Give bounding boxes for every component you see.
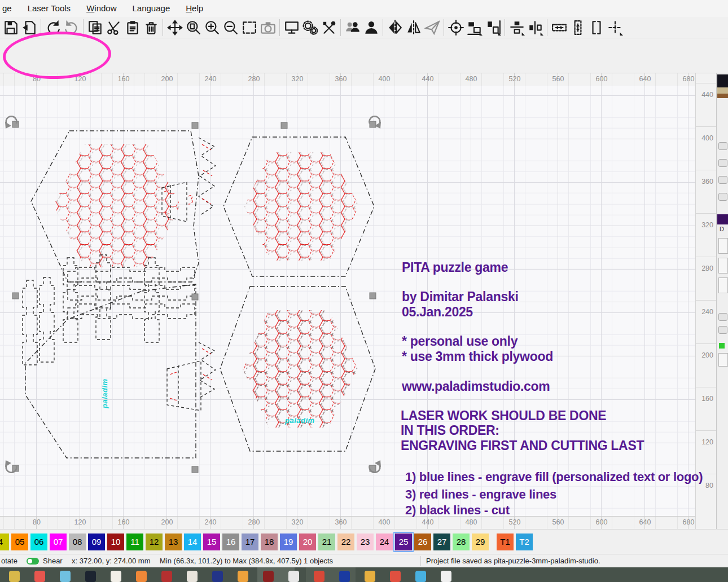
palette-swatch-19[interactable]: 19 — [280, 534, 297, 550]
annotation-legend1[interactable]: 1) blue lines - engrave fill (personaliz… — [405, 470, 703, 484]
palette-swatch-09[interactable]: 09 — [88, 534, 105, 550]
align-h-icon[interactable] — [465, 18, 484, 37]
palette-swatch-28[interactable]: 28 — [453, 534, 470, 550]
annotation-byline[interactable]: by Dimitar Palanski — [402, 289, 519, 305]
taskbar-app-icon[interactable] — [60, 571, 71, 582]
annotation-order2[interactable]: IN THIS ORDER: — [401, 423, 499, 438]
palette-swatch-T1[interactable]: T1 — [497, 534, 514, 550]
taskbar-app-icon[interactable] — [288, 571, 299, 582]
pan-icon[interactable] — [165, 18, 184, 37]
panel-box[interactable] — [718, 238, 728, 254]
move-cross-icon[interactable] — [606, 18, 624, 37]
design-hexagon-top[interactable] — [223, 137, 374, 276]
tools-icon[interactable] — [319, 18, 338, 37]
palette-swatch-16[interactable]: 16 — [222, 534, 239, 550]
flip-horizontal-icon[interactable] — [385, 18, 404, 37]
paladim-logo-left[interactable]: paladim — [100, 378, 109, 409]
zoom-out-icon[interactable] — [221, 18, 240, 37]
menu-item-language[interactable]: Language — [125, 0, 178, 17]
annotation-title[interactable]: PITA puzzle game — [402, 260, 508, 275]
taskbar-app-icon[interactable] — [34, 571, 45, 582]
paladim-logo-bottom[interactable]: paladim — [284, 416, 315, 425]
panel-chip[interactable] — [718, 313, 727, 321]
taskbar-app-icon[interactable] — [263, 571, 274, 582]
os-taskbar[interactable] — [0, 567, 728, 582]
palette-swatch-11[interactable]: 11 — [126, 534, 143, 550]
zoom-selection-icon[interactable] — [184, 18, 203, 37]
palette-swatch-05[interactable]: 05 — [11, 534, 28, 550]
shear-toggle[interactable] — [27, 558, 39, 565]
taskbar-app-icon[interactable] — [415, 571, 426, 582]
annotation-legend3[interactable]: 2) black lines - cut — [405, 503, 510, 518]
palette-swatch-T2[interactable]: T2 — [516, 534, 533, 550]
palette-swatch-29[interactable]: 29 — [472, 534, 489, 550]
palette-swatch-20[interactable]: 20 — [299, 534, 316, 550]
palette-swatch-27[interactable]: 27 — [433, 534, 450, 550]
palette-swatch-13[interactable]: 13 — [165, 534, 182, 550]
paste-icon[interactable] — [123, 18, 142, 37]
copy-icon[interactable] — [86, 18, 104, 37]
palette-swatch-21[interactable]: 21 — [318, 534, 335, 550]
annotation-order1[interactable]: LASER WORK SHOULD BE DONE — [401, 408, 606, 424]
menu-item-window[interactable]: Window — [78, 0, 124, 17]
palette-swatch-22[interactable]: 22 — [337, 534, 354, 550]
taskbar-app-icon[interactable] — [161, 571, 172, 582]
taskbar-app-icon[interactable] — [365, 571, 375, 582]
send-to-laser-icon[interactable] — [423, 18, 441, 37]
taskbar-app-icon[interactable] — [314, 571, 324, 582]
palette-swatch-23[interactable]: 23 — [357, 534, 374, 550]
menu-item-laser-tools[interactable]: Laser Tools — [20, 0, 78, 17]
annotation-note2[interactable]: * use 3mm thick plywood — [402, 349, 553, 364]
undo-icon[interactable] — [43, 18, 62, 37]
palette-swatch-18[interactable]: 18 — [261, 534, 278, 550]
palette-swatch-06[interactable]: 06 — [30, 534, 47, 550]
taskbar-app-icon[interactable] — [187, 571, 198, 582]
palette-swatch-25[interactable]: 25 — [395, 534, 412, 550]
settings-gears-icon[interactable] — [301, 18, 319, 37]
taskbar-app-icon[interactable] — [212, 571, 223, 582]
menu-item-help[interactable]: Help — [178, 0, 211, 17]
panel-chip[interactable] — [718, 193, 727, 201]
taskbar-app-icon[interactable] — [111, 571, 121, 582]
palette-swatch-14[interactable]: 14 — [184, 534, 201, 550]
palette-swatch-15[interactable]: 15 — [203, 534, 220, 550]
camera-icon[interactable] — [258, 18, 277, 37]
equal-hspace-icon[interactable] — [550, 18, 568, 37]
taskbar-app-icon[interactable] — [136, 571, 147, 582]
user-icon[interactable] — [362, 18, 380, 37]
align-v-icon[interactable] — [484, 18, 502, 37]
mirror-icon[interactable] — [404, 18, 423, 37]
palette-swatch-12[interactable]: 12 — [146, 534, 163, 550]
panel-chip[interactable] — [718, 176, 727, 184]
panel-box[interactable] — [718, 353, 728, 367]
annotation-order3[interactable]: ENGRAVING FIRST AND CUTTING LAST — [401, 438, 644, 453]
focus-target-icon[interactable] — [446, 18, 465, 37]
taskbar-app-icon[interactable] — [238, 571, 248, 582]
palette-swatch-4[interactable]: 4 — [0, 534, 9, 550]
panel-layer-swatch[interactable] — [717, 214, 728, 224]
taskbar-app-icon[interactable] — [390, 571, 401, 582]
palette-swatch-24[interactable]: 24 — [376, 534, 393, 550]
group-users-icon[interactable] — [343, 18, 362, 37]
import-icon[interactable] — [20, 18, 38, 37]
redo-icon[interactable] — [62, 18, 81, 37]
frame-selection-icon[interactable] — [240, 18, 258, 37]
panel-chip[interactable] — [718, 326, 727, 334]
save-icon[interactable] — [1, 18, 20, 37]
taskbar-app-icon[interactable] — [85, 571, 96, 582]
palette-swatch-17[interactable]: 17 — [242, 534, 258, 550]
panel-box[interactable] — [718, 258, 728, 274]
panel-chip[interactable] — [718, 142, 727, 150]
distribute-h-icon[interactable] — [507, 18, 526, 37]
annotation-legend2[interactable]: 3) red lines - engrave lines — [405, 487, 556, 502]
design-box-bottom-left[interactable]: paladim — [25, 284, 196, 458]
distribute-v-icon[interactable] — [526, 18, 545, 37]
annotation-date[interactable]: 05.Jan.2025 — [402, 305, 473, 320]
equal-vspace-icon[interactable] — [568, 18, 587, 37]
taskbar-app-icon[interactable] — [9, 571, 20, 582]
monitor-icon[interactable] — [282, 18, 301, 37]
design-connectors[interactable] — [162, 138, 216, 411]
annotation-note1[interactable]: * personal use only — [402, 334, 518, 349]
panel-chip[interactable] — [718, 159, 727, 167]
palette-swatch-08[interactable]: 08 — [69, 534, 86, 550]
